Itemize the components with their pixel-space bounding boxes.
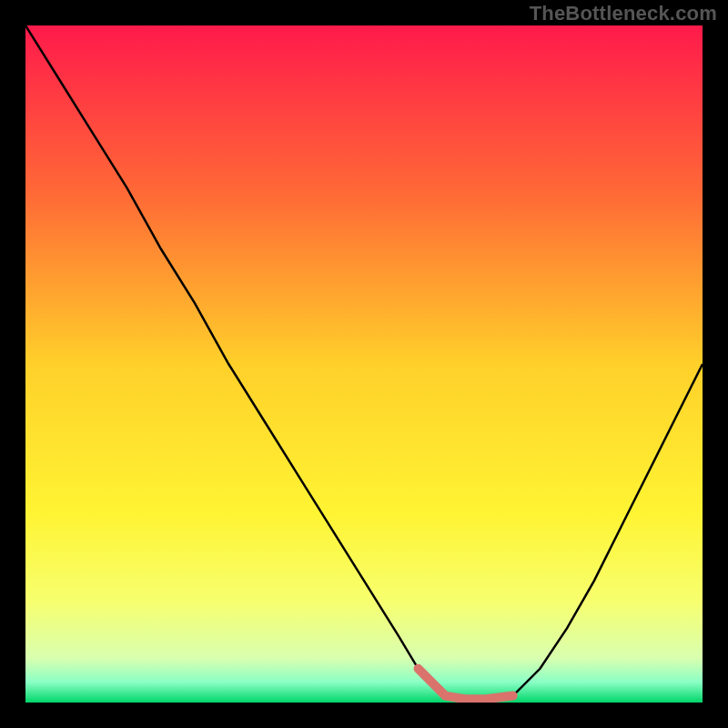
- chart-container: TheBottleneck.com: [0, 0, 728, 728]
- plot-area: [25, 25, 703, 703]
- gradient-background: [25, 25, 703, 703]
- watermark-text: TheBottleneck.com: [530, 2, 717, 25]
- chart-svg: [25, 25, 703, 703]
